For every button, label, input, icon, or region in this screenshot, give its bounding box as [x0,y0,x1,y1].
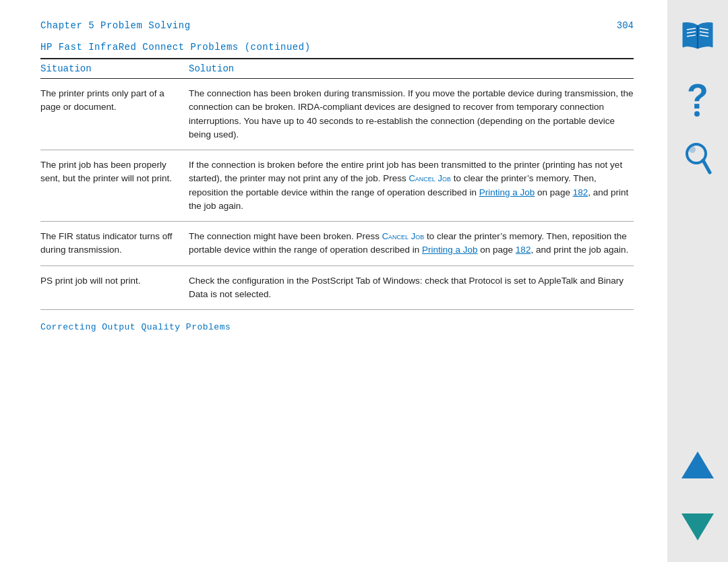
magnify-icon[interactable] [676,137,719,181]
situation-cell: The printer prints only part of a page o… [40,87,189,142]
svg-point-11 [689,146,696,153]
table-row: The printer prints only part of a page o… [40,79,634,150]
situation-cell: PS print job will not print. [40,274,189,302]
arrow-down-icon[interactable] [676,505,719,549]
solution-cell: The connection has been broken during tr… [189,87,634,142]
col-header-solution: Solution [189,63,634,74]
situation-cell: The FIR status indicator turns off durin… [40,230,189,257]
arrow-up-icon[interactable] [676,443,719,487]
footer-link[interactable]: Correcting Output Quality Problems [40,322,231,332]
book-icon[interactable] [676,13,719,57]
cancel-job-label: Cancel Job [408,173,451,183]
header-row: Chapter 5 Problem Solving 304 [40,20,634,31]
solution-cell: Check the configuration in the PostScrip… [189,274,634,302]
col-header-situation: Situation [40,63,189,74]
svg-marker-12 [681,451,714,478]
question-icon[interactable]: ? [676,75,719,119]
page-182-link-2[interactable]: 182 [516,245,531,255]
svg-point-8 [694,111,700,117]
solution-cell: If the connection is broken before the e… [189,158,634,213]
table-row: PS print job will not print. Check the c… [40,266,634,311]
cancel-job-label: Cancel Job [382,231,425,241]
table-row: The FIR status indicator turns off durin… [40,222,634,266]
situation-cell: The print job has been properly sent, bu… [40,158,189,213]
table-header-row: Situation Solution [40,59,634,79]
printing-a-job-link[interactable]: Printing a Job [479,187,535,197]
svg-marker-13 [681,513,714,540]
svg-text:?: ? [687,77,708,116]
table-container: Situation Solution The printer prints on… [40,58,634,310]
table-row: The print job has been properly sent, bu… [40,150,634,222]
section-title: HP Fast InfraRed Connect Problems (conti… [40,42,634,53]
svg-line-10 [703,160,710,173]
main-content: Chapter 5 Problem Solving 304 HP Fast In… [0,0,667,562]
solution-cell: The connection might have been broken. P… [189,230,634,257]
printing-a-job-link-2[interactable]: Printing a Job [422,245,478,255]
chapter-title: Chapter 5 Problem Solving [40,20,191,31]
page-182-link[interactable]: 182 [573,187,588,197]
page-number: 304 [617,20,634,31]
sidebar: ? [667,0,728,562]
